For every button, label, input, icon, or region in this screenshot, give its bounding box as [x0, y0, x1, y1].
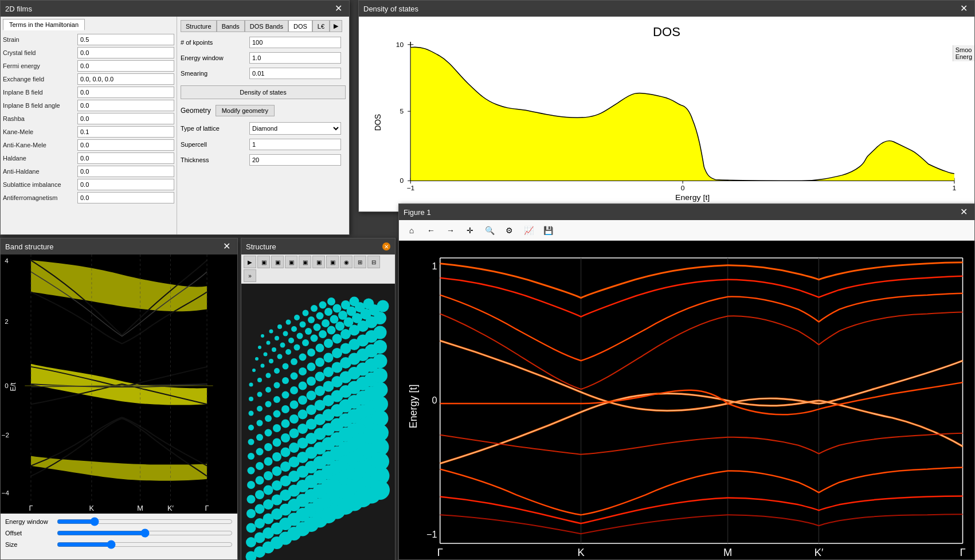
tab-lc[interactable]: L€ — [312, 20, 330, 32]
tab-structure[interactable]: Structure — [181, 20, 217, 32]
field-row: Fermi energy — [3, 60, 174, 72]
fig-zoom-button[interactable]: 🔍 — [481, 222, 498, 238]
toolbar-btn2[interactable]: ▣ — [271, 256, 284, 268]
supercell-input[interactable] — [249, 139, 341, 150]
svg-point-91 — [274, 368, 280, 374]
field-input[interactable] — [77, 139, 174, 151]
bands-close[interactable]: ✕ — [221, 242, 233, 251]
svg-point-81 — [327, 326, 335, 335]
energy-window-slider[interactable] — [57, 517, 233, 526]
lattice-select[interactable]: Diamond Square Hexagonal Triangular — [249, 122, 341, 135]
figure1-close[interactable]: ✕ — [958, 207, 970, 217]
kpoints-input[interactable] — [249, 37, 341, 48]
toolbar-btn9[interactable]: ⊟ — [367, 256, 380, 268]
svg-text:5: 5 — [400, 107, 404, 115]
svg-point-167 — [373, 368, 387, 383]
toolbar-btn-more[interactable]: » — [244, 269, 256, 282]
toolbar-btn5[interactable]: ▣ — [312, 256, 325, 268]
tab-dos[interactable]: DOS — [288, 20, 312, 32]
svg-point-112 — [315, 358, 324, 367]
svg-text:K: K — [577, 547, 584, 558]
svg-point-49 — [283, 331, 288, 336]
figure1-toolbar: ⌂ ← → ✛ 🔍 ⚙ 📈 💾 — [399, 220, 974, 241]
field-label: Kane-Mele — [3, 128, 77, 135]
field-input[interactable] — [77, 73, 174, 85]
toolbar-btn6[interactable]: ▣ — [326, 256, 339, 268]
2dfilms-titlebar: 2D films ✕ — [1, 1, 349, 17]
field-row: Exchange field — [3, 73, 174, 85]
geometry-label: Geometry — [181, 107, 211, 115]
svg-point-171 — [272, 438, 281, 447]
toolbar-play[interactable]: ▶ — [244, 256, 256, 268]
svg-point-201 — [255, 476, 264, 485]
dos-close[interactable]: ✕ — [958, 4, 970, 13]
fig-settings-button[interactable]: ⚙ — [501, 222, 517, 238]
svg-point-62 — [288, 338, 294, 343]
field-input[interactable] — [77, 152, 174, 164]
field-input[interactable] — [77, 60, 174, 72]
svg-point-88 — [249, 383, 253, 387]
toolbar-btn1[interactable]: ▣ — [257, 256, 270, 268]
tab-more[interactable]: ▶ — [330, 20, 342, 32]
field-input[interactable] — [77, 126, 174, 138]
fig-forward-button[interactable]: → — [443, 222, 459, 238]
svg-text:Energy [t]: Energy [t] — [675, 193, 710, 202]
size-slider[interactable] — [57, 540, 233, 549]
structure-title: Structure — [246, 242, 276, 251]
field-label: Crystal field — [3, 49, 77, 56]
field-row: Haldane — [3, 152, 174, 164]
supercell-label: Supercell — [181, 141, 249, 148]
field-input[interactable] — [77, 87, 174, 98]
tab-hamiltonian[interactable]: Terms in the Hamiltonian — [3, 19, 85, 30]
svg-point-109 — [290, 373, 297, 380]
svg-point-124 — [281, 391, 289, 399]
dos-button[interactable]: Density of states — [181, 85, 346, 99]
field-label: Anti-Haldane — [3, 168, 77, 175]
structure-close[interactable]: ✕ — [382, 242, 390, 250]
2dfilms-close[interactable]: ✕ — [332, 4, 344, 13]
modify-geometry-button[interactable]: Modify geometry — [216, 105, 275, 116]
svg-point-140 — [281, 405, 289, 413]
size-slider-row: Size — [5, 540, 233, 549]
field-input[interactable] — [77, 34, 174, 45]
tab-bands[interactable]: Bands — [217, 20, 245, 32]
field-input[interactable] — [77, 113, 174, 124]
field-input[interactable] — [77, 179, 174, 190]
fig-curve-button[interactable]: 📈 — [520, 222, 537, 238]
smearing-input[interactable] — [249, 68, 341, 79]
structure-viewport: .atom { fill: #00cccc; } .atom-bright { … — [241, 284, 395, 560]
svg-point-156 — [281, 420, 289, 428]
svg-point-113 — [323, 353, 333, 363]
field-label: Exchange field — [3, 76, 77, 83]
fig-back-button[interactable]: ← — [423, 222, 439, 238]
field-label: Rashba — [3, 115, 77, 122]
svg-point-45 — [327, 297, 335, 306]
toolbar-btn4[interactable]: ▣ — [299, 256, 311, 268]
energy-window-row: Energy window — [181, 52, 346, 64]
offset-slider[interactable] — [57, 528, 233, 538]
fig-move-button[interactable]: ✛ — [462, 222, 478, 238]
kpoints-label: # of kpoints — [181, 39, 249, 46]
svg-text:K′: K′ — [167, 504, 174, 512]
svg-text:K′: K′ — [815, 547, 824, 558]
fig-save-button[interactable]: 💾 — [540, 222, 556, 238]
svg-text:0: 0 — [5, 382, 8, 389]
svg-text:4: 4 — [5, 257, 8, 264]
toolbar-btn7[interactable]: ◉ — [340, 256, 353, 268]
field-label: Sublattice imbalance — [3, 181, 77, 188]
svg-point-48 — [275, 336, 279, 340]
toolbar-btn8[interactable]: ⊞ — [354, 256, 366, 268]
svg-point-61 — [280, 343, 285, 348]
field-input[interactable] — [77, 192, 174, 203]
svg-point-126 — [298, 382, 307, 390]
fig-home-button[interactable]: ⌂ — [404, 222, 420, 238]
energy-window-input[interactable] — [249, 52, 341, 64]
field-input[interactable] — [77, 100, 174, 111]
tab-dos-bands[interactable]: DOS Bands — [245, 20, 288, 32]
toolbar-btn3[interactable]: ▣ — [285, 256, 297, 268]
field-input[interactable] — [77, 166, 174, 177]
svg-point-154 — [264, 429, 272, 437]
thickness-input[interactable] — [249, 154, 341, 166]
field-input[interactable] — [77, 47, 174, 58]
field-row: Anti-Kane-Mele — [3, 139, 174, 151]
